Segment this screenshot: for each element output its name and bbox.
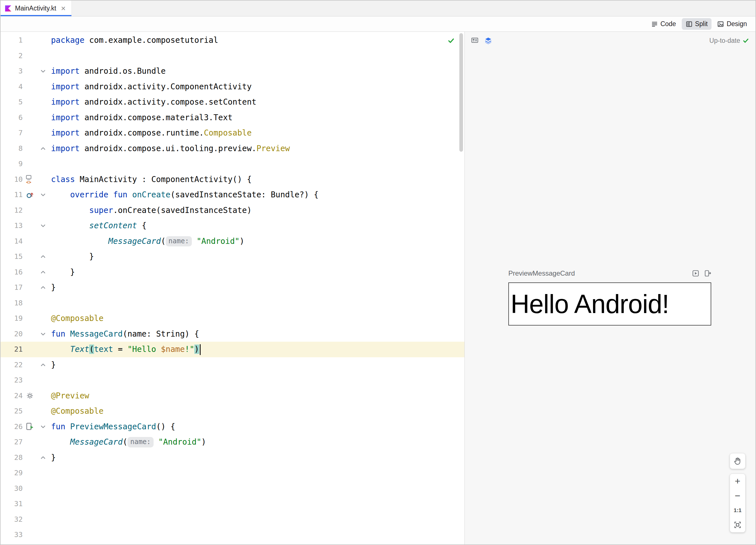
- line-number[interactable]: 33: [1, 527, 23, 543]
- code-line[interactable]: 22}: [1, 357, 464, 373]
- code-text[interactable]: super.onCreate(savedInstanceState): [49, 203, 464, 218]
- line-number[interactable]: 15: [1, 249, 23, 264]
- code-line[interactable]: 23: [1, 373, 464, 388]
- code-line[interactable]: 11 override fun onCreate(savedInstanceSt…: [1, 187, 464, 203]
- code-text[interactable]: }: [49, 249, 464, 264]
- code-text[interactable]: fun MessageCard(name: String) {: [49, 327, 464, 342]
- mode-design-button[interactable]: Design: [713, 18, 751, 30]
- run-interactive-icon[interactable]: [692, 269, 699, 277]
- code-text[interactable]: import androidx.compose.runtime.Composab…: [49, 125, 464, 141]
- fold-down-icon[interactable]: [37, 327, 49, 342]
- code-text[interactable]: }: [49, 280, 464, 296]
- code-text[interactable]: import androidx.activity.compose.setCont…: [49, 94, 464, 110]
- code-text[interactable]: import android.os.Bundle: [49, 63, 464, 79]
- pan-tool-button[interactable]: [730, 453, 746, 469]
- line-number[interactable]: 7: [1, 125, 23, 141]
- code-text[interactable]: [49, 512, 464, 527]
- code-line[interactable]: 30: [1, 481, 464, 497]
- line-number[interactable]: 19: [1, 311, 23, 327]
- code-text[interactable]: import androidx.compose.material3.Text: [49, 110, 464, 126]
- line-number[interactable]: 29: [1, 465, 23, 481]
- line-number[interactable]: 9: [1, 156, 23, 172]
- preview-render-frame[interactable]: Hello Android!: [508, 283, 711, 326]
- code-line[interactable]: 9: [1, 156, 464, 172]
- line-number[interactable]: 22: [1, 357, 23, 373]
- inspections-ok-icon[interactable]: [447, 37, 455, 44]
- code-line[interactable]: 7import androidx.compose.runtime.Composa…: [1, 125, 464, 141]
- line-number[interactable]: 10: [1, 172, 23, 187]
- line-number[interactable]: 34: [1, 543, 23, 545]
- code-text[interactable]: override fun onCreate(savedInstanceState…: [49, 187, 464, 203]
- code-line[interactable]: 32: [1, 512, 464, 527]
- line-number[interactable]: 18: [1, 296, 23, 311]
- code-line[interactable]: 26fun PreviewMessageCard() {: [1, 419, 464, 435]
- fold-up-icon[interactable]: [37, 357, 49, 373]
- code-line[interactable]: 25@Composable: [1, 404, 464, 419]
- code-line[interactable]: 16 }: [1, 264, 464, 280]
- line-number[interactable]: 25: [1, 404, 23, 419]
- line-number[interactable]: 14: [1, 234, 23, 249]
- editor-scrollbar[interactable]: [459, 33, 463, 152]
- layout-validation-icon[interactable]: [471, 37, 479, 44]
- line-number[interactable]: 26: [1, 419, 23, 435]
- fold-down-icon[interactable]: [37, 63, 49, 79]
- line-number[interactable]: 31: [1, 496, 23, 512]
- code-text[interactable]: @Composable: [49, 404, 464, 419]
- zoom-actual-size-button[interactable]: 1:1: [730, 503, 745, 518]
- close-icon[interactable]: ×: [61, 5, 65, 12]
- fold-up-icon[interactable]: [37, 450, 49, 466]
- code-text[interactable]: [49, 543, 464, 545]
- code-line[interactable]: 19@Composable: [1, 311, 464, 327]
- code-text[interactable]: class MainActivity : ComponentActivity()…: [49, 172, 464, 187]
- code-text[interactable]: MessageCard(name: "Android"): [49, 234, 464, 249]
- code-line[interactable]: 14 MessageCard(name: "Android"): [1, 234, 464, 249]
- zoom-to-fit-button[interactable]: [730, 518, 745, 533]
- line-number[interactable]: 3: [1, 63, 23, 79]
- run-on-device-icon[interactable]: [704, 269, 711, 277]
- code-line[interactable]: 4import androidx.activity.ComponentActiv…: [1, 79, 464, 95]
- line-number[interactable]: 6: [1, 110, 23, 126]
- code-line[interactable]: 3import android.os.Bundle: [1, 63, 464, 79]
- line-number[interactable]: 27: [1, 434, 23, 450]
- code-text[interactable]: [49, 481, 464, 497]
- code-line[interactable]: 17}: [1, 280, 464, 296]
- run-preview-icon[interactable]: [23, 419, 37, 435]
- line-number[interactable]: 8: [1, 141, 23, 156]
- override-method-icon[interactable]: [23, 187, 37, 203]
- tab-mainactivity[interactable]: MainActivity.kt ×: [1, 1, 72, 16]
- line-number[interactable]: 1: [1, 33, 23, 48]
- code-line[interactable]: 31: [1, 496, 464, 512]
- fold-up-icon[interactable]: [37, 249, 49, 264]
- code-line[interactable]: 20fun MessageCard(name: String) {: [1, 327, 464, 342]
- fold-up-icon[interactable]: [37, 264, 49, 280]
- line-number[interactable]: 5: [1, 94, 23, 110]
- code-line[interactable]: 6import androidx.compose.material3.Text: [1, 110, 464, 126]
- zoom-in-button[interactable]: +: [730, 474, 745, 489]
- fold-up-icon[interactable]: [37, 280, 49, 296]
- zoom-out-button[interactable]: −: [730, 489, 745, 503]
- code-text[interactable]: [49, 465, 464, 481]
- layers-icon[interactable]: [484, 37, 492, 44]
- code-line[interactable]: 18: [1, 296, 464, 311]
- code-line[interactable]: 12 super.onCreate(savedInstanceState): [1, 203, 464, 218]
- code-text[interactable]: }: [49, 450, 464, 466]
- code-line[interactable]: 28}: [1, 450, 464, 466]
- code-text[interactable]: }: [49, 357, 464, 373]
- code-text[interactable]: MessageCard(name: "Android"): [49, 434, 464, 450]
- line-number[interactable]: 12: [1, 203, 23, 218]
- code-line[interactable]: 27 MessageCard(name: "Android"): [1, 434, 464, 450]
- code-text[interactable]: [49, 527, 464, 543]
- fold-up-icon[interactable]: [37, 141, 49, 156]
- line-number[interactable]: 24: [1, 388, 23, 404]
- line-number[interactable]: 23: [1, 373, 23, 388]
- code-line[interactable]: 10<>class MainActivity : ComponentActivi…: [1, 172, 464, 187]
- code-line[interactable]: 34: [1, 543, 464, 545]
- line-number[interactable]: 32: [1, 512, 23, 527]
- code-line[interactable]: 33: [1, 527, 464, 543]
- code-text[interactable]: }: [49, 264, 464, 280]
- line-number[interactable]: 30: [1, 481, 23, 497]
- code-line[interactable]: 1package com.example.composetutorial: [1, 33, 464, 48]
- code-text[interactable]: @Composable: [49, 311, 464, 327]
- code-line[interactable]: 29: [1, 465, 464, 481]
- line-number[interactable]: 28: [1, 450, 23, 466]
